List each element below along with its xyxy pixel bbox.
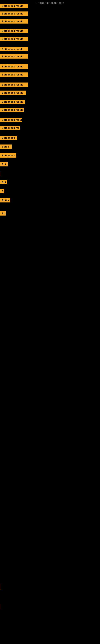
bottleneck-badge-10: Bottleneck result bbox=[0, 90, 26, 96]
bottleneck-badge-12: Bottleneck result bbox=[0, 108, 24, 113]
bottleneck-badge-7: Bottleneck result bbox=[0, 64, 28, 70]
bottom-line-1 bbox=[0, 604, 0, 610]
bottleneck-badge-5: Bottleneck result bbox=[0, 47, 28, 52]
bottleneck-badge-11: Bottleneck result bbox=[0, 100, 25, 105]
bottleneck-badge-3: Bottleneck result bbox=[0, 29, 28, 34]
bottleneck-badge-8: Bottleneck result bbox=[0, 72, 28, 78]
bottleneck-badge-23: Bo bbox=[0, 211, 6, 216]
bottleneck-badge-18: Bot bbox=[0, 162, 8, 167]
bottom-line-0 bbox=[0, 584, 0, 590]
bottleneck-badge-2: Bottleneck result bbox=[0, 19, 28, 24]
bottleneck-badge-0: Bottleneck result bbox=[0, 4, 28, 9]
bottleneck-badge-6: Bottleneck result bbox=[0, 54, 28, 59]
bottleneck-badge-4: Bottleneck result bbox=[0, 37, 28, 42]
bottleneck-badge-16: Bottle bbox=[0, 144, 12, 150]
bottleneck-badge-15: Bottleneck bbox=[0, 136, 17, 141]
bottleneck-badge-1: Bottleneck result bbox=[0, 12, 28, 16]
bottleneck-badge-21: B bbox=[0, 189, 4, 194]
bottleneck-badge-22: Bottle bbox=[0, 198, 10, 203]
bottleneck-badge-14: Bottleneck res bbox=[0, 126, 20, 131]
bottleneck-badge-20: Bot bbox=[0, 180, 7, 185]
bottleneck-badge-13: Bottleneck result bbox=[0, 118, 22, 123]
bottleneck-line-19 bbox=[0, 172, 0, 176]
bottleneck-badge-9: Bottleneck result bbox=[0, 82, 28, 88]
bottleneck-badge-17: Bottleneck bbox=[0, 153, 16, 158]
